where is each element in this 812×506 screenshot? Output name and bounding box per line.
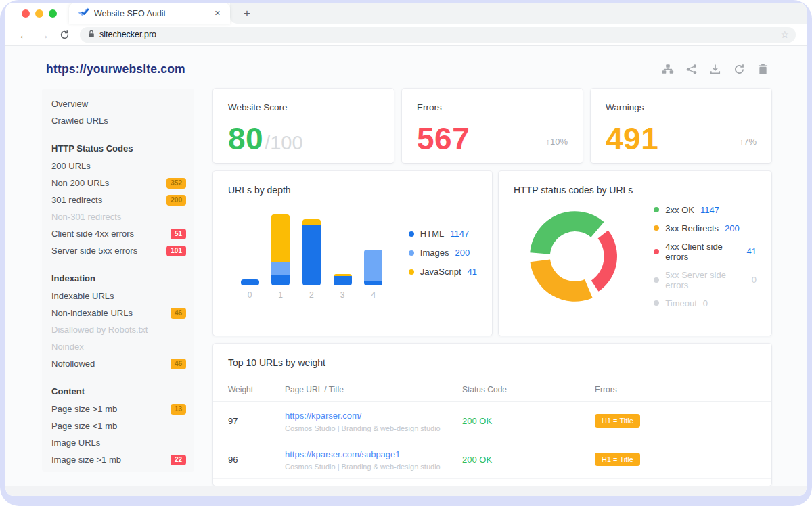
trash-icon[interactable]	[755, 62, 770, 76]
window-footer	[5, 486, 807, 496]
traffic-lights	[5, 3, 69, 24]
table-title: Top 10 URLs by weight	[213, 344, 771, 377]
legend-item-images[interactable]: Images200	[409, 248, 477, 258]
legend-item-4xx-client-side-errors[interactable]: 4xx Client side errors41	[654, 242, 757, 262]
legend-dot-icon	[654, 277, 659, 283]
legend-item-javascript[interactable]: JavaScript41	[409, 267, 477, 277]
bar-segment-images	[364, 250, 382, 281]
share-icon[interactable]	[684, 62, 699, 76]
legend-item-2xx-ok[interactable]: 2xx OK1147	[654, 205, 757, 215]
close-tab-icon[interactable]: ✕	[212, 7, 223, 19]
sidebar-item-client-side-4xx-errors[interactable]: Client side 4xx errors51	[51, 225, 186, 242]
bar-stack	[302, 219, 321, 285]
legend-item-timeout[interactable]: Timeout0	[654, 298, 757, 308]
sidebar-item-indexable-urls[interactable]: Indexable URLs	[51, 288, 186, 304]
stat-trend: ↑7%	[740, 137, 757, 147]
sidebar-item-label: Indexable URLs	[51, 291, 114, 301]
col-status-code: Status Code	[462, 385, 595, 394]
cell-errors: H1 = Title	[595, 414, 757, 428]
legend-dot-icon	[654, 225, 659, 231]
table-row: 96https://kparser.com/subpage1Cosmos Stu…	[213, 440, 771, 479]
sidebar-item-image-urls[interactable]: Image URLs	[51, 434, 186, 451]
legend-value: 200	[455, 248, 470, 258]
donut-segment-3xx-redirects	[530, 259, 592, 301]
sidebar-item-nofollowed[interactable]: Nofollowed46	[51, 355, 186, 372]
stat-card-warnings: Warnings491↑7%	[591, 89, 771, 163]
legend-dot-icon	[409, 250, 414, 256]
address-bar[interactable]: sitechecker.pro ☆	[80, 27, 796, 43]
donut-legend: 2xx OK11473xx Redirects2004xx Client sid…	[654, 205, 757, 308]
legend-item-html[interactable]: HTML1147	[409, 229, 477, 239]
sidebar-item-image-size-1-mb[interactable]: Image size >1 mb22	[51, 451, 186, 468]
sidebar: OverviewCrawled URLsHTTP Status Codes200…	[42, 89, 194, 472]
sidebar-item-label: Image size >1 mb	[51, 455, 121, 465]
sidebar-item-page-size-1-mb[interactable]: Page size <1 mb	[51, 417, 186, 434]
bar-column-depth-0: 0	[240, 214, 259, 300]
sidebar-item-label: Non-301 redirects	[51, 212, 121, 222]
sidebar-item-label: 301 redirects	[51, 195, 102, 205]
sitemap-icon[interactable]	[660, 62, 675, 76]
legend-label: HTML	[420, 229, 444, 239]
legend-label: JavaScript	[420, 267, 461, 277]
back-icon[interactable]: ←	[15, 26, 32, 43]
legend-value: 0	[703, 298, 708, 308]
tab-strip: Website SEO Audit ✕ +	[5, 3, 807, 24]
refresh-icon[interactable]	[731, 62, 746, 76]
bar-stack	[334, 274, 352, 285]
screen-frame: Website SEO Audit ✕ + ← → sitechecker.pr…	[0, 0, 812, 506]
page-url-link[interactable]: https://kparser.com/subpage1	[285, 449, 401, 459]
http-status-codes-title: HTTP status codes by URLs	[514, 185, 757, 196]
stat-value-row: 491	[606, 120, 757, 157]
legend-label: Timeout	[665, 298, 696, 308]
sidebar-item-overview[interactable]: Overview	[51, 95, 186, 112]
forward-icon[interactable]: →	[35, 26, 53, 43]
sidebar-item-page-size-1-mb[interactable]: Page size >1 mb13	[51, 400, 186, 417]
legend-label: 3xx Redirects	[665, 223, 719, 233]
legend-label: 4xx Client side errors	[665, 242, 740, 262]
legend-item-3xx-redirects[interactable]: 3xx Redirects200	[654, 223, 757, 233]
browser-tab[interactable]: Website SEO Audit ✕	[69, 3, 230, 24]
col-weight: Weight	[228, 385, 285, 394]
zoom-window-button[interactable]	[49, 9, 57, 18]
bar-stack	[241, 279, 259, 285]
sidebar-item-200-urls[interactable]: 200 URLs	[51, 158, 186, 175]
browser-window: Website SEO Audit ✕ + ← → sitechecker.pr…	[5, 3, 807, 496]
sidebar-item-non-200-urls[interactable]: Non 200 URLs352	[51, 175, 186, 191]
sidebar-item-non-indexable-urls[interactable]: Non-indexable URLs46	[51, 304, 186, 321]
x-tick-label: 0	[248, 290, 252, 300]
reload-icon[interactable]	[55, 26, 73, 43]
urls-by-depth-title: URLs by depth	[228, 185, 477, 196]
sidebar-item-301-redirects[interactable]: 301 redirects200	[51, 191, 186, 208]
sidebar-item-label: Disallowed by Robots.txt	[51, 325, 148, 335]
close-window-button[interactable]	[22, 9, 30, 18]
legend-value: 41	[747, 246, 757, 256]
legend-label: Images	[420, 248, 449, 258]
urls-by-depth-card: URLs by depth 01234 HTML1147Images200Jav…	[213, 171, 492, 336]
stat-card-website-score: Website Score80/100	[213, 89, 394, 163]
download-icon[interactable]	[708, 62, 723, 76]
page-url-link[interactable]: https://kparser.com/	[285, 411, 361, 421]
count-badge: 46	[171, 359, 186, 369]
lock-icon[interactable]	[88, 28, 95, 41]
sidebar-section-indexation: Indexation	[51, 269, 186, 288]
error-badge: H1 = Title	[595, 453, 640, 466]
sidebar-item-crawled-urls[interactable]: Crawled URLs	[51, 112, 186, 129]
donut-segment-2xx-ok	[530, 211, 604, 254]
count-badge: 101	[166, 246, 186, 256]
minimize-window-button[interactable]	[35, 9, 43, 18]
stat-value: 80	[228, 120, 263, 157]
count-badge: 46	[171, 308, 186, 319]
sidebar-item-label: Client side 4xx errors	[51, 229, 134, 239]
sidebar-item-label: Non 200 URLs	[51, 178, 109, 188]
new-tab-button[interactable]: +	[238, 7, 256, 20]
bar-column-depth-3: 3	[333, 214, 352, 300]
sidebar-item-server-side-5xx-errors[interactable]: Server side 5xx errors101	[51, 242, 186, 259]
donut-chart: 2xx OK11473xx Redirects2004xx Client sid…	[514, 202, 757, 310]
legend-dot-icon	[409, 231, 414, 237]
bar-stack	[271, 214, 290, 285]
url-text[interactable]: sitechecker.pro	[99, 30, 775, 39]
legend-dot-icon	[654, 300, 659, 306]
layout: OverviewCrawled URLsHTTP Status Codes200…	[5, 89, 807, 486]
legend-item-5xx-server-side-errors[interactable]: 5xx Server side errors0	[654, 270, 757, 290]
bookmark-star-icon[interactable]: ☆	[780, 29, 789, 40]
